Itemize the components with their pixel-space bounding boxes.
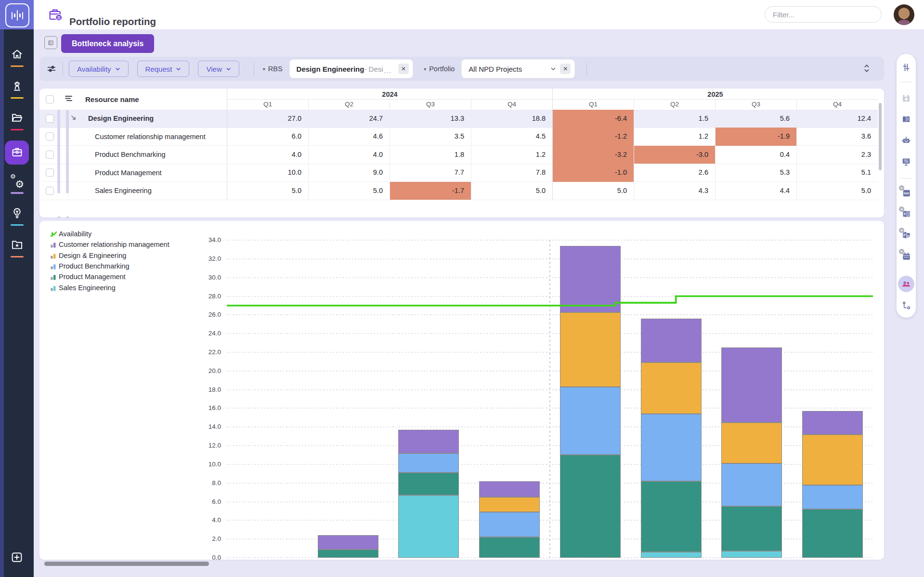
- legend-item[interactable]: Product Benchmarking: [50, 261, 169, 271]
- bar-segment[interactable]: [641, 481, 702, 552]
- export-excel-button[interactable]: X: [900, 208, 912, 219]
- bar-segment[interactable]: [560, 387, 621, 455]
- bar-segment[interactable]: [721, 506, 782, 551]
- divider: [900, 178, 912, 179]
- bar-segment[interactable]: [560, 246, 621, 312]
- legend-label: Customer relationship management: [59, 241, 169, 248]
- legend-label: Availability: [59, 230, 91, 238]
- legend-item[interactable]: Sales Engineering: [50, 282, 169, 293]
- legend-item[interactable]: Design & Engineering: [50, 250, 169, 261]
- resource-table: Resource name 20242025Q1Q2Q3Q4Q1Q2Q3Q4 D…: [39, 89, 884, 218]
- rbs-filter-label[interactable]: ▾RBS: [263, 65, 283, 73]
- sidebar-item-resources[interactable]: [0, 137, 34, 168]
- quarter-header: Q2: [634, 99, 715, 110]
- bar-segment[interactable]: [398, 453, 459, 473]
- legend-item[interactable]: Customer relationship management: [50, 239, 169, 250]
- view-settings-icon[interactable]: [46, 64, 57, 74]
- book-button[interactable]: [900, 114, 912, 125]
- availability-dropdown[interactable]: Availability: [69, 61, 129, 77]
- workflow-icon: [901, 300, 912, 311]
- row-checkbox[interactable]: [46, 132, 54, 141]
- y-axis-label: 34.0: [178, 236, 221, 244]
- app-logo[interactable]: [0, 0, 34, 29]
- bar-segment[interactable]: [721, 551, 782, 558]
- bar-segment[interactable]: [802, 411, 863, 435]
- export-calendar-button[interactable]: [900, 250, 912, 262]
- filter-input[interactable]: [765, 6, 882, 23]
- table-row[interactable]: Sales Engineering5.05.0-1.75.05.04.34.45…: [39, 182, 878, 200]
- bar-segment[interactable]: [398, 430, 459, 453]
- bar-segment[interactable]: [802, 485, 863, 509]
- year-header: 2025: [552, 89, 878, 99]
- bar-segment[interactable]: [479, 537, 540, 558]
- collapse-arrow-icon[interactable]: [70, 114, 77, 123]
- bar-segment[interactable]: [721, 423, 782, 463]
- tune-button[interactable]: [900, 62, 912, 73]
- value-cell: 3.6: [796, 128, 878, 146]
- sidebar-item-favorites[interactable]: [0, 232, 34, 264]
- resource-name-header[interactable]: Resource name: [85, 95, 139, 103]
- item-underline: [11, 97, 24, 99]
- rbs-filter-chip[interactable]: Design Engineering - Desi... ✕: [289, 59, 414, 78]
- bar-segment[interactable]: [641, 414, 702, 481]
- horizontal-scrollbar-thumb[interactable]: [44, 562, 209, 566]
- select-all-checkbox[interactable]: [46, 95, 54, 103]
- request-dropdown[interactable]: Request: [137, 61, 190, 77]
- bar-segment[interactable]: [721, 347, 782, 422]
- legend-item[interactable]: Availability: [50, 229, 169, 239]
- sidebar-item-settings[interactable]: ⚙⚙: [0, 168, 34, 200]
- hierarchy-menu-icon[interactable]: [65, 95, 73, 104]
- row-checkbox[interactable]: [46, 168, 54, 177]
- value-cell: 0.4: [715, 146, 796, 164]
- bottleneck-analysis-button[interactable]: Bottleneck analysis: [61, 34, 154, 53]
- save-button[interactable]: [900, 92, 912, 104]
- board-button[interactable]: [900, 156, 912, 167]
- clear-rbs-filter-button[interactable]: ✕: [398, 64, 409, 74]
- bar-segment[interactable]: [641, 362, 702, 414]
- table-row[interactable]: Product Benchmarking4.04.01.81.2-3.2-3.0…: [39, 146, 878, 164]
- sidebar-item-projects[interactable]: [0, 105, 34, 137]
- row-checkbox[interactable]: [46, 115, 54, 123]
- value-cell: 5.0: [227, 182, 308, 200]
- user-avatar[interactable]: [894, 4, 914, 25]
- portfolio-filter-label[interactable]: ▾Portfolio: [424, 65, 455, 73]
- row-checkbox[interactable]: [46, 151, 54, 159]
- bar-segment[interactable]: [721, 463, 782, 506]
- bars-legend-icon: [50, 273, 57, 280]
- bar-segment[interactable]: [479, 481, 540, 497]
- table-row[interactable]: Product Management10.09.07.77.8-1.02.65.…: [39, 164, 878, 182]
- people-button-active[interactable]: [898, 276, 914, 292]
- table-row[interactable]: Design Engineering27.024.713.318.8-6.41.…: [39, 110, 878, 128]
- bar-segment[interactable]: [398, 495, 459, 558]
- robot-button[interactable]: [900, 135, 912, 146]
- y-axis-label: 18.0: [178, 385, 221, 394]
- sidebar-item-home[interactable]: [0, 41, 34, 73]
- sidebar-item-strategy[interactable]: [0, 73, 34, 105]
- bar-segment[interactable]: [641, 552, 702, 558]
- bar-segment[interactable]: [560, 312, 621, 387]
- sidebar-item-insights[interactable]: [0, 200, 34, 232]
- table-vertical-scrollbar[interactable]: [879, 103, 882, 170]
- portfolio-filter-chip[interactable]: All NPD Projects ✕: [461, 59, 575, 78]
- bar-segment[interactable]: [802, 435, 863, 485]
- bar-segment[interactable]: [479, 512, 540, 537]
- export-pdf-button[interactable]: PDF: [900, 187, 912, 198]
- bar-segment[interactable]: [318, 535, 378, 549]
- view-dropdown[interactable]: View: [198, 61, 239, 77]
- row-checkbox[interactable]: [46, 187, 54, 195]
- expand-panel-button[interactable]: [44, 36, 57, 49]
- sidebar-item-add[interactable]: [0, 545, 34, 572]
- legend-item[interactable]: Product Management: [50, 271, 169, 282]
- bar-segment[interactable]: [479, 497, 540, 512]
- bar-segment[interactable]: [398, 473, 459, 495]
- bar-segment[interactable]: [560, 455, 621, 558]
- bar-segment[interactable]: [641, 319, 702, 362]
- svg-text:X: X: [903, 212, 906, 216]
- bar-segment[interactable]: [318, 550, 378, 558]
- clear-portfolio-filter-button[interactable]: ✕: [560, 64, 571, 74]
- export-ppt-button[interactable]: P: [900, 229, 912, 241]
- workflow-button[interactable]: [900, 299, 912, 311]
- bar-segment[interactable]: [802, 509, 863, 558]
- table-row[interactable]: Customer relationship management6.04.63.…: [39, 128, 878, 146]
- collapse-toolbar-icon[interactable]: [862, 63, 872, 76]
